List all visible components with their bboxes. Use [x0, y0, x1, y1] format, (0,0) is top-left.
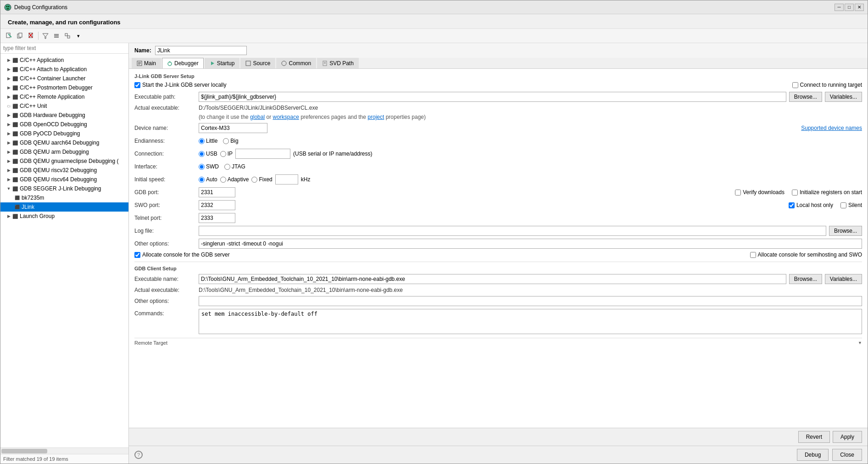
debug-configurations-window: Debug Configurations ─ □ ✕ Create, manag…	[0, 0, 868, 464]
log-file-input[interactable]	[199, 226, 826, 236]
tree-container: ▶ ⬛ C/C++ Application ▶ ⬛ C/C++ Attach t…	[0, 54, 128, 447]
tab-common[interactable]: Common	[276, 58, 316, 68]
allocate-gdb-server-checkbox[interactable]	[134, 252, 140, 258]
supported-device-names-link[interactable]: Supported device names	[801, 125, 862, 131]
tree-item-jlink[interactable]: ⬛ JLink	[0, 202, 128, 212]
client-exe-variables-button[interactable]: Variables...	[825, 274, 862, 284]
tree-item-gdb-qemu-riscv64[interactable]: ▶ ⬛ GDB QEMU riscv64 Debugging	[0, 175, 128, 184]
tree-item-gdb-qemu-riscv32[interactable]: ▶ ⬛ GDB QEMU riscv32 Debugging	[0, 166, 128, 175]
connect-running-checkbox[interactable]	[792, 82, 798, 88]
horizontal-scrollbar[interactable]	[0, 447, 128, 454]
swo-port-input[interactable]	[199, 200, 235, 210]
connection-ip-input[interactable]	[235, 149, 290, 159]
endianness-big-radio[interactable]	[223, 138, 229, 144]
tab-main[interactable]: Main	[132, 58, 161, 68]
tree-item-launch-group[interactable]: ▶ ⬛ Launch Group	[0, 212, 128, 221]
gdb-port-input[interactable]	[199, 187, 235, 197]
init-registers-checkbox[interactable]	[792, 190, 798, 196]
tab-debugger[interactable]: Debugger	[162, 58, 204, 68]
gdb-port-row: GDB port: Verify downloads	[134, 187, 862, 197]
title-bar-left: Debug Configurations	[4, 4, 67, 11]
filter-input[interactable]	[0, 43, 128, 54]
device-name-label: Device name:	[134, 125, 199, 131]
tree-item-gdb-hardware[interactable]: ▶ ⬛ GDB Hardware Debugging	[0, 111, 128, 120]
new-config-button[interactable]	[4, 31, 14, 41]
close-window-button[interactable]: ✕	[855, 4, 864, 11]
actual-executable-label: Actual executable:	[134, 105, 199, 111]
maximize-button[interactable]: □	[845, 4, 854, 11]
tree-item-cpp-remote[interactable]: ▶ ⬛ C/C++ Remote Application	[0, 92, 128, 101]
tree-item-gdb-qemu-arm[interactable]: ▶ ⬛ GDB QEMU arm Debugging	[0, 147, 128, 157]
endianness-little-radio[interactable]	[199, 138, 205, 144]
allocate-gdb-server-label: Allocate console for the GDB server	[142, 252, 230, 258]
other-options-input[interactable]	[199, 239, 862, 249]
dropdown-button[interactable]: ▾	[73, 31, 83, 41]
tab-content-area: J-Link GDB Server Setup Start the J-Link…	[129, 69, 868, 428]
commands-textarea[interactable]: set mem inaccessible-by-default off	[199, 309, 862, 334]
speed-value-input[interactable]	[275, 174, 298, 184]
remote-target-section[interactable]: Remote Target ▼	[134, 338, 862, 347]
expand-arrow: ▶	[6, 177, 11, 182]
speed-fixed-radio[interactable]	[251, 177, 257, 183]
speed-adaptive-radio[interactable]	[220, 177, 226, 183]
client-other-options-input[interactable]	[199, 296, 862, 306]
collapse-button[interactable]	[51, 31, 61, 41]
help-button[interactable]: ?	[134, 451, 143, 459]
hint-row: (to change it use the global or workspac…	[199, 114, 862, 120]
connection-ip-radio[interactable]	[220, 151, 226, 157]
client-exe-browse-button[interactable]: Browse...	[789, 274, 822, 284]
device-name-input[interactable]	[199, 123, 267, 133]
start-locally-checkbox[interactable]	[134, 82, 140, 88]
expand-button[interactable]	[62, 31, 72, 41]
minimize-button[interactable]: ─	[835, 4, 844, 11]
executable-browse-button[interactable]: Browse...	[789, 92, 822, 102]
interface-jtag-option: JTAG	[224, 163, 245, 170]
config-type-icon: ⬛	[11, 130, 19, 137]
interface-swd-radio[interactable]	[199, 164, 205, 170]
revert-button[interactable]: Revert	[798, 431, 830, 443]
close-button[interactable]: Close	[832, 449, 862, 461]
global-link[interactable]: global	[250, 114, 265, 120]
apply-button[interactable]: Apply	[833, 431, 862, 443]
local-host-checkbox[interactable]	[789, 202, 795, 208]
tree-item-gdb-qemu-gnuarmeclipse[interactable]: ▶ ⬛ GDB QEMU gnuarmeclipse Debugging (	[0, 157, 128, 166]
silent-checkbox[interactable]	[840, 202, 846, 208]
tree-item-gdb-segger[interactable]: ▼ ⬛ GDB SEGGER J-Link Debugging	[0, 184, 128, 193]
duplicate-config-button[interactable]	[15, 31, 25, 41]
endianness-big-label: Big	[230, 138, 238, 144]
tree-item-gdb-pyocd[interactable]: ▶ ⬛ GDB PyOCD Debugging	[0, 129, 128, 138]
client-exe-input[interactable]	[199, 274, 786, 284]
main-tab-icon	[137, 61, 142, 66]
log-file-browse-button[interactable]: Browse...	[829, 226, 862, 236]
debug-button[interactable]: Debug	[797, 449, 829, 461]
tree-item-cpp-container[interactable]: ▶ ⬛ C/C++ Container Launcher	[0, 74, 128, 83]
connection-usb-radio[interactable]	[199, 151, 205, 157]
project-link[interactable]: project	[367, 114, 384, 120]
allocate-semihosting-checkbox[interactable]	[750, 252, 756, 258]
workspace-link[interactable]: workspace	[273, 114, 299, 120]
interface-jtag-radio[interactable]	[224, 164, 230, 170]
tab-svd-path[interactable]: SVD Path	[317, 58, 359, 68]
tree-item-cpp-postmortem[interactable]: ▶ ⬛ C/C++ Postmortem Debugger	[0, 83, 128, 92]
delete-config-button[interactable]	[26, 31, 36, 41]
config-name-input[interactable]	[155, 46, 247, 55]
telnet-port-input[interactable]	[199, 213, 235, 223]
speed-auto-radio[interactable]	[199, 177, 205, 183]
executable-path-input[interactable]	[199, 92, 786, 102]
tree-item-bk7235m[interactable]: ⬛ bk7235m	[0, 193, 128, 202]
tree-item-gdb-openocd[interactable]: ▶ ⬛ GDB OpenOCD Debugging	[0, 120, 128, 129]
local-host-label: Local host only	[796, 202, 833, 208]
speed-adaptive-label: Adaptive	[228, 176, 249, 183]
tree-item-gdb-qemu-aarch64[interactable]: ▶ ⬛ GDB QEMU aarch64 Debugging	[0, 138, 128, 147]
verify-downloads-checkbox[interactable]	[735, 190, 741, 196]
tree-item-cpp-attach[interactable]: ▶ ⬛ C/C++ Attach to Application	[0, 65, 128, 74]
tree-item-cpp-app[interactable]: ▶ ⬛ C/C++ Application	[0, 56, 128, 65]
filter-button[interactable]	[40, 31, 50, 41]
tab-startup[interactable]: Startup	[205, 58, 240, 68]
tree-item-cpp-unit[interactable]: Ci ⬛ C/C++ Unit	[0, 101, 128, 111]
tab-source[interactable]: Source	[240, 58, 275, 68]
executable-variables-button[interactable]: Variables...	[825, 92, 862, 102]
svg-point-22	[169, 61, 171, 63]
expand-arrow: ▶	[6, 76, 11, 81]
client-other-options-label: Other options:	[134, 298, 199, 304]
